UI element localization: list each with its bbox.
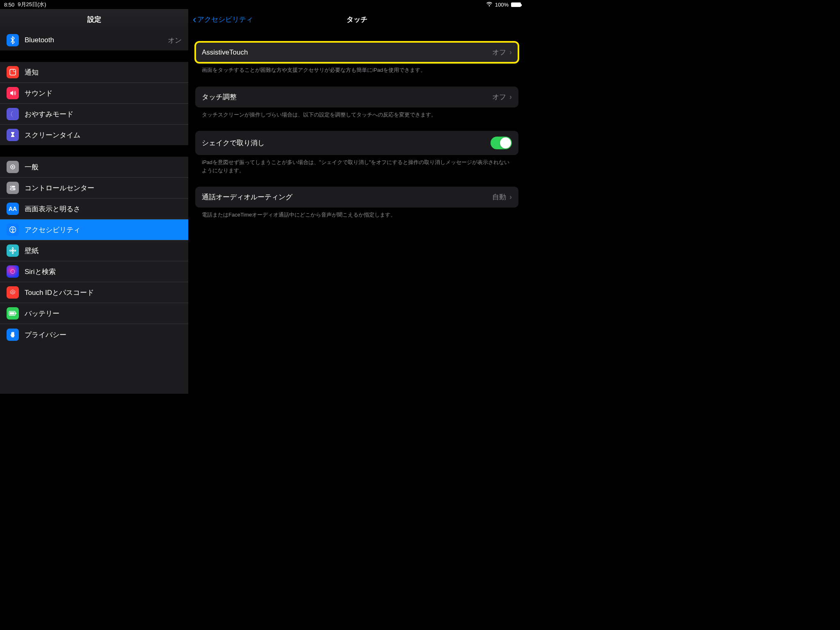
hand-icon xyxy=(7,329,19,341)
sidebar-item-label: 通知 xyxy=(25,68,182,77)
battery-icon xyxy=(7,307,19,320)
detail-navbar: ‹ アクセシビリティ タッチ xyxy=(189,9,525,30)
row-value: オフ xyxy=(492,92,506,102)
sidebar-item-screentime[interactable]: スクリーンタイム xyxy=(0,125,188,145)
row-footer: 電話またはFaceTimeオーディオ通話中にどこから音声が聞こえるか指定します。 xyxy=(195,208,518,219)
battery-icon xyxy=(511,2,521,7)
sidebar-item-label: スクリーンタイム xyxy=(25,130,182,140)
back-button[interactable]: ‹ アクセシビリティ xyxy=(193,14,253,25)
row-label: AssistiveTouch xyxy=(202,48,492,57)
text-size-icon: AA xyxy=(7,203,19,215)
sidebar-item-bluetooth[interactable]: Bluetooth オン xyxy=(0,30,188,50)
row-shake-to-undo[interactable]: シェイクで取り消し xyxy=(195,131,518,155)
chevron-right-icon: › xyxy=(509,193,512,201)
sidebar-item-touchid[interactable]: Touch IDとパスコード xyxy=(0,282,188,303)
sidebar-item-sounds[interactable]: サウンド xyxy=(0,83,188,104)
sidebar-item-accessibility[interactable]: アクセシビリティ xyxy=(0,219,188,240)
bluetooth-icon xyxy=(7,34,19,46)
row-value: 自動 xyxy=(492,192,506,202)
sidebar-item-general[interactable]: 一般 xyxy=(0,157,188,178)
sidebar-item-label: Touch IDとパスコード xyxy=(25,288,182,297)
row-footer: タッチスクリーンが操作しづらい場合は、以下の設定を調整してタッチへの反応を変更で… xyxy=(195,107,518,119)
wifi-icon xyxy=(486,1,493,8)
sidebar-item-dnd[interactable]: おやすみモード xyxy=(0,104,188,125)
hourglass-icon xyxy=(7,129,19,141)
flower-icon xyxy=(7,244,19,257)
sidebar-item-notifications[interactable]: 通知 xyxy=(0,62,188,83)
sidebar-item-label: おやすみモード xyxy=(25,110,182,119)
svg-point-7 xyxy=(14,189,15,190)
toggle-switch[interactable] xyxy=(491,137,512,149)
svg-rect-17 xyxy=(16,313,16,314)
status-bar: 8:50 9月25日(水) 100% xyxy=(0,0,525,9)
battery-percent: 100% xyxy=(495,2,509,8)
sidebar-item-label: Siriと検索 xyxy=(25,267,182,276)
sidebar-item-display[interactable]: AA 画面表示と明るさ xyxy=(0,199,188,219)
svg-point-12 xyxy=(12,252,14,254)
sidebar-item-wallpaper[interactable]: 壁紙 xyxy=(0,240,188,261)
moon-icon xyxy=(7,108,19,120)
detail-pane: ‹ アクセシビリティ タッチ AssistiveTouch オフ › 画面をタッ… xyxy=(189,9,525,394)
accessibility-icon xyxy=(7,224,19,236)
svg-point-3 xyxy=(12,166,14,168)
svg-point-9 xyxy=(12,228,14,229)
svg-point-15 xyxy=(11,269,15,274)
sidebar-item-control-center[interactable]: コントロールセンター xyxy=(0,178,188,199)
chevron-left-icon: ‹ xyxy=(193,14,196,25)
svg-point-11 xyxy=(12,248,14,250)
row-footer: iPadを意図せず振ってしまうことが多い場合は、"シェイクで取り消し"をオフにす… xyxy=(195,155,518,174)
sidebar-item-label: Bluetooth xyxy=(25,36,168,44)
gear-icon xyxy=(7,161,19,173)
status-time: 8:50 xyxy=(4,2,14,8)
sidebar-item-label: プライバシー xyxy=(25,330,182,340)
sidebar-item-label: 壁紙 xyxy=(25,246,182,256)
sidebar-item-siri[interactable]: Siriと検索 xyxy=(0,261,188,282)
svg-point-14 xyxy=(14,250,16,251)
bell-icon xyxy=(7,66,19,78)
row-call-audio-routing[interactable]: 通話オーディオルーティング 自動 › xyxy=(195,187,518,208)
row-touch-adjustment[interactable]: タッチ調整 オフ › xyxy=(195,87,518,107)
row-value: オフ xyxy=(492,48,506,57)
sidebar-item-battery[interactable]: バッテリー xyxy=(0,303,188,324)
svg-rect-18 xyxy=(10,312,14,315)
status-date: 9月25日(水) xyxy=(18,1,46,8)
row-assistivetouch[interactable]: AssistiveTouch オフ › xyxy=(195,42,518,63)
speaker-icon xyxy=(7,87,19,99)
sidebar-item-label: アクセシビリティ xyxy=(25,225,182,235)
svg-point-1 xyxy=(13,69,16,72)
svg-point-13 xyxy=(10,250,12,251)
sidebar-item-privacy[interactable]: プライバシー xyxy=(0,324,188,345)
svg-point-6 xyxy=(11,186,12,187)
siri-icon xyxy=(7,265,19,278)
sidebar-item-label: 画面表示と明るさ xyxy=(25,204,182,214)
sidebar-item-value: オン xyxy=(168,36,182,45)
sidebar-title: 設定 xyxy=(0,9,188,30)
row-footer: 画面をタッチすることが困難な方や支援アクセサリが必要な方も簡単にiPadを使用で… xyxy=(195,63,518,74)
sidebar-item-label: コントロールセンター xyxy=(25,183,182,193)
page-title: タッチ xyxy=(347,15,368,24)
sidebar-item-label: サウンド xyxy=(25,89,182,98)
chevron-right-icon: › xyxy=(509,48,512,57)
toggles-icon xyxy=(7,182,19,194)
sidebar-item-label: 一般 xyxy=(25,162,182,172)
row-label: タッチ調整 xyxy=(202,92,492,102)
fingerprint-icon xyxy=(7,286,19,299)
svg-point-10 xyxy=(12,250,14,251)
chevron-right-icon: › xyxy=(509,93,512,101)
back-label: アクセシビリティ xyxy=(197,15,253,24)
sidebar: 設定 Bluetooth オン 通知 サウンド xyxy=(0,9,189,394)
row-label: シェイクで取り消し xyxy=(202,138,491,148)
row-label: 通話オーディオルーティング xyxy=(202,192,492,202)
sidebar-item-label: バッテリー xyxy=(25,309,182,318)
